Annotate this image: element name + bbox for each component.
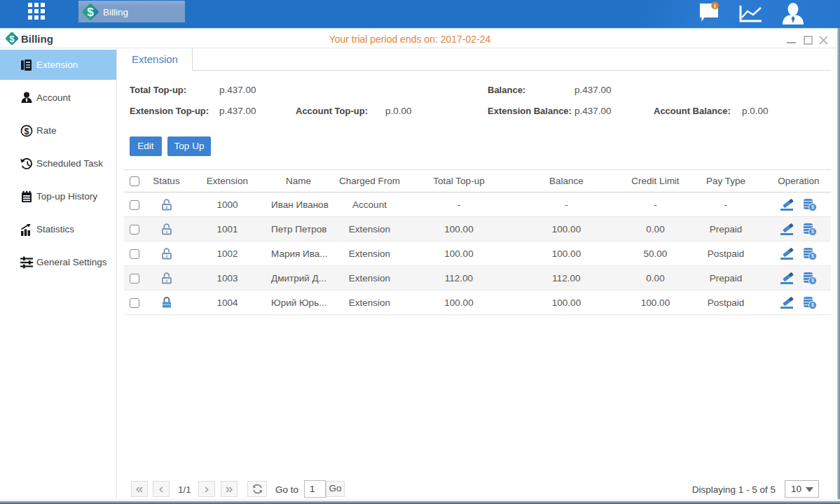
svg-text:!: ! <box>714 3 716 10</box>
svg-text:$: $ <box>87 6 94 19</box>
svg-text:$: $ <box>25 127 29 136</box>
